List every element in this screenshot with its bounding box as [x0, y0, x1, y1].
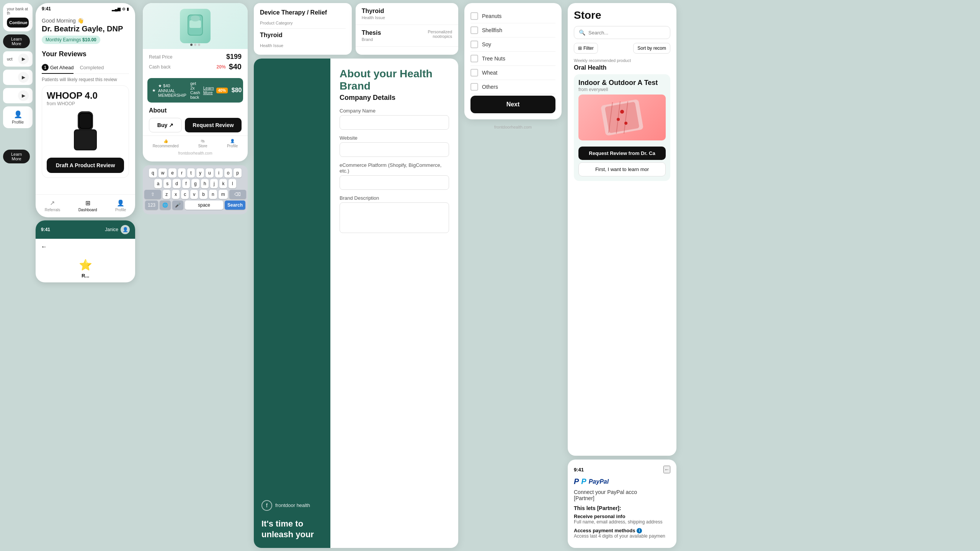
- arrow-btn-2[interactable]: ▶: [18, 72, 29, 83]
- company-name-input[interactable]: [340, 115, 449, 130]
- search-result-thyroid[interactable]: Thyroid Health Issue: [356, 3, 458, 25]
- nav-profile[interactable]: 👤 Profile: [115, 199, 126, 212]
- key-u[interactable]: u: [206, 168, 214, 178]
- key-backspace[interactable]: ⌫: [229, 190, 246, 199]
- key-w[interactable]: w: [158, 168, 167, 178]
- mini-nav-row-3[interactable]: ▶: [3, 88, 33, 103]
- key-mic[interactable]: 🎤: [172, 201, 183, 210]
- key-b[interactable]: b: [199, 190, 207, 199]
- website-input[interactable]: [340, 142, 449, 157]
- search-result-thesis[interactable]: Thesis Brand Personalizednootropics: [356, 25, 458, 47]
- nav-store[interactable]: 🛍 Store: [198, 139, 207, 148]
- tab-get-ahead[interactable]: 1 Get Ahead: [42, 62, 74, 74]
- request-review-btn-store[interactable]: Request Review from Dr. Ca: [578, 147, 666, 160]
- key-y[interactable]: y: [196, 168, 204, 178]
- janice-label: Janice: [105, 227, 118, 232]
- paypal-back-button[interactable]: ←: [663, 466, 670, 473]
- checkbox-others[interactable]: [470, 83, 478, 91]
- continue-button[interactable]: Continue: [7, 18, 29, 28]
- learn-more-button-2[interactable]: Learn More: [3, 150, 30, 163]
- ecommerce-input[interactable]: [340, 175, 449, 190]
- key-globe[interactable]: 🌐: [160, 201, 171, 210]
- col-store-paypal: Store 🔍 ⊞ Filter Sort by recom Weekly re…: [565, 0, 679, 551]
- weekly-recommended-section: Weekly recommended product Oral Health: [574, 58, 670, 71]
- key-a[interactable]: a: [154, 179, 162, 188]
- key-space[interactable]: space: [185, 201, 223, 210]
- allergen-tree-nuts-label: Tree Nuts: [482, 55, 505, 62]
- store-search-input[interactable]: [588, 30, 665, 36]
- key-x[interactable]: x: [172, 190, 180, 199]
- nav-dashboard[interactable]: ⊞ Dashboard: [78, 199, 97, 212]
- key-v[interactable]: v: [190, 190, 198, 199]
- key-p[interactable]: p: [234, 168, 242, 178]
- membership-learn-more[interactable]: Learn More: [203, 86, 214, 95]
- key-l[interactable]: l: [229, 179, 236, 188]
- key-q[interactable]: q: [149, 168, 157, 178]
- draft-review-button[interactable]: Draft A Product Review: [47, 158, 124, 173]
- nav-profile-2[interactable]: 👤 Profile: [227, 139, 238, 148]
- brand-desc-textarea[interactable]: [340, 202, 449, 233]
- earnings-label: Monthly Earnings: [46, 37, 81, 42]
- membership-price: $80: [232, 87, 242, 94]
- key-j[interactable]: j: [210, 179, 218, 188]
- tab-completed[interactable]: Completed: [80, 62, 104, 74]
- big-product-name: Indoor & Outdoor A Test: [578, 79, 666, 87]
- mini-nav-row-2[interactable]: ▶: [3, 70, 33, 85]
- arrow-btn-1[interactable]: ▶: [18, 54, 29, 64]
- thesis-category: Brand: [362, 37, 381, 42]
- key-r[interactable]: r: [178, 168, 186, 178]
- dot-3: [198, 44, 200, 46]
- thesis-left: Thesis Brand: [362, 29, 381, 42]
- mini-nav-row-1[interactable]: uct ▶: [3, 51, 33, 67]
- checkbox-wheat[interactable]: [470, 69, 478, 77]
- key-shift[interactable]: ⇧: [144, 190, 161, 199]
- request-review-button[interactable]: Request Review: [185, 118, 242, 132]
- key-i[interactable]: i: [215, 168, 223, 178]
- test-strip-svg: [599, 98, 645, 137]
- key-s[interactable]: s: [163, 179, 171, 188]
- nav-referrals[interactable]: ↗ Referrals: [45, 199, 60, 212]
- key-d[interactable]: d: [173, 179, 181, 188]
- col-search-form: Device Therapy / Relief Product Category…: [251, 0, 461, 551]
- reviews-section: Your Reviews 1 Get Ahead Completed Patie…: [36, 47, 135, 181]
- key-search[interactable]: Search: [225, 201, 245, 210]
- key-z[interactable]: z: [163, 190, 170, 199]
- svg-point-16: [617, 118, 620, 121]
- sort-button[interactable]: Sort by recom: [633, 43, 670, 54]
- back-arrow[interactable]: ←: [41, 243, 47, 250]
- key-g[interactable]: g: [191, 179, 199, 188]
- arrow-btn-3[interactable]: ▶: [18, 90, 29, 101]
- paypal-benefit-2-desc: Access last 4 digits of your available p…: [574, 533, 670, 539]
- referrals-icon: ↗: [48, 199, 57, 207]
- product-detail-card: Retail Price $199 Cash back 20% $40 ★ ★ …: [143, 3, 248, 161]
- filter-button[interactable]: ⊞ Filter: [574, 43, 598, 54]
- retail-price: $199: [226, 53, 242, 61]
- device-therapy-value: Device Therapy / Relief: [260, 9, 346, 16]
- key-k[interactable]: k: [219, 179, 227, 188]
- key-h[interactable]: h: [201, 179, 209, 188]
- profile-nav-fragment[interactable]: 👤 Profile: [3, 106, 33, 128]
- checkbox-peanuts[interactable]: [470, 12, 478, 20]
- profile-nav-icon: 👤: [116, 199, 125, 207]
- key-n[interactable]: n: [209, 190, 217, 199]
- cashback-amount: $40: [229, 62, 242, 71]
- store-search-bar[interactable]: 🔍: [574, 26, 670, 39]
- key-123[interactable]: 123: [145, 201, 158, 210]
- key-t[interactable]: t: [187, 168, 195, 178]
- learn-more-button-1[interactable]: Learn More: [3, 34, 30, 48]
- allergen-soy-label: Soy: [482, 41, 491, 47]
- checkbox-tree-nuts[interactable]: [470, 55, 478, 62]
- key-o[interactable]: o: [224, 168, 232, 178]
- sort-label: Sort by recom: [637, 46, 666, 51]
- key-f[interactable]: f: [182, 179, 190, 188]
- checkbox-shellfish[interactable]: [470, 26, 478, 34]
- reviews-title: Your Reviews: [42, 50, 129, 58]
- nav-recommended[interactable]: 👍 Recommended: [153, 139, 179, 148]
- checkbox-soy[interactable]: [470, 41, 478, 48]
- key-e[interactable]: e: [168, 168, 176, 178]
- next-button[interactable]: Next: [470, 96, 555, 113]
- first-learn-btn[interactable]: First, I want to learn mor: [578, 162, 666, 176]
- key-m[interactable]: m: [219, 190, 228, 199]
- buy-button[interactable]: Buy ↗: [149, 118, 182, 132]
- key-c[interactable]: c: [181, 190, 189, 199]
